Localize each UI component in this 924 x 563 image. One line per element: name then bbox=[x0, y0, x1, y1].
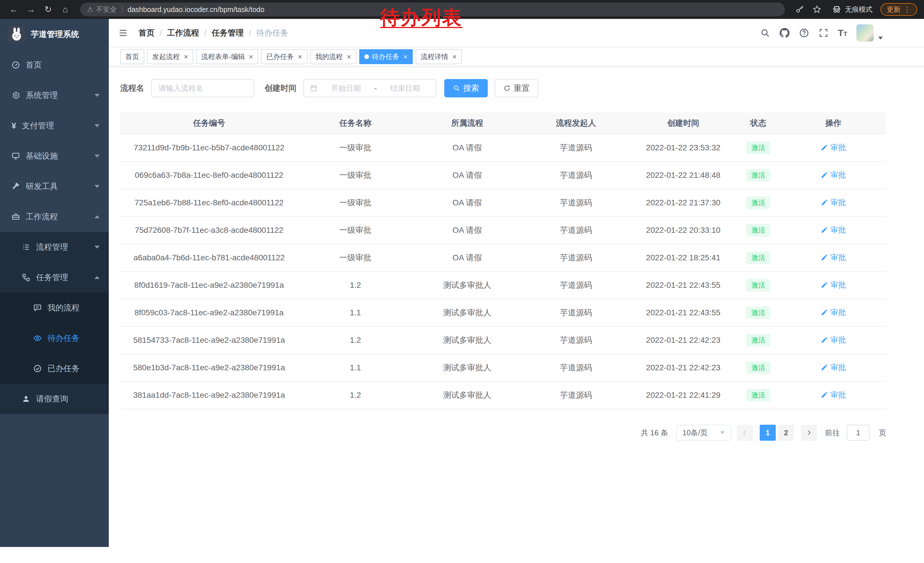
page-size-select[interactable]: 10条/页 bbox=[676, 425, 731, 441]
cell-action: 审批 bbox=[781, 272, 886, 299]
sidebar-item-7[interactable]: 任务管理 bbox=[0, 262, 109, 293]
browser-toolbar: ← → ↻ ⌂ ⚠ 不安全 dashboard.yudao.iocoder.cn… bbox=[0, 0, 924, 19]
approve-link[interactable]: 审批 bbox=[820, 362, 846, 372]
sidebar-item-5[interactable]: 工作流程 bbox=[0, 201, 109, 232]
sidebar-item-10[interactable]: 已办任务 bbox=[0, 353, 109, 384]
status-badge: 激活 bbox=[746, 306, 770, 319]
cell-name: 一级审批 bbox=[298, 134, 413, 162]
approve-link[interactable]: 审批 bbox=[820, 142, 846, 153]
cell-action: 审批 bbox=[781, 381, 886, 409]
password-key-icon[interactable] bbox=[793, 3, 807, 17]
cell-id: 580e1b3d-7ac8-11ec-a9e2-a2380e71991a bbox=[120, 354, 298, 381]
page-button-1[interactable]: 1 bbox=[760, 425, 776, 441]
browser-back-icon[interactable]: ← bbox=[7, 3, 21, 17]
sidebar-item-11[interactable]: 请假查询 bbox=[0, 384, 109, 414]
address-url: dashboard.yudao.iocoder.cn/bpm/task/todo bbox=[128, 6, 264, 14]
cell-starter: 芋道源码 bbox=[522, 354, 630, 381]
close-tab-icon[interactable]: × bbox=[184, 53, 188, 60]
app-logo[interactable]: 芋道管理系统 bbox=[0, 19, 109, 50]
pagination: 共 16 条 10条/页 12 前往 页 bbox=[120, 425, 886, 441]
cell-process: 测试多审批人 bbox=[413, 326, 522, 354]
column-header-task-name: 任务名称 bbox=[298, 112, 413, 134]
app-title: 芋道管理系统 bbox=[31, 29, 79, 40]
user-avatar[interactable] bbox=[856, 24, 874, 42]
tab-label: 流程详情 bbox=[421, 52, 448, 61]
cell-process: 测试多审批人 bbox=[413, 272, 522, 299]
close-tab-icon[interactable]: × bbox=[347, 53, 351, 60]
table-row: 75d72608-7b7f-11ec-a3c8-acde48001122一级审批… bbox=[120, 216, 886, 244]
sidebar-item-6[interactable]: 流程管理 bbox=[0, 232, 109, 262]
approve-link-label: 审批 bbox=[830, 197, 846, 208]
reset-button[interactable]: 重置 bbox=[495, 79, 538, 98]
sidebar-item-2[interactable]: ¥支付管理 bbox=[0, 111, 109, 141]
close-tab-icon[interactable]: × bbox=[404, 53, 408, 60]
update-label: 更新 bbox=[887, 5, 900, 14]
approve-link[interactable]: 审批 bbox=[820, 225, 846, 235]
tab-3[interactable]: 已办任务× bbox=[261, 49, 307, 64]
eye-icon bbox=[33, 334, 42, 342]
tab-2[interactable]: 流程表单-编辑× bbox=[196, 49, 258, 64]
browser-reload-icon[interactable]: ↻ bbox=[41, 3, 55, 17]
breadcrumb-item-home[interactable]: 首页 bbox=[138, 27, 154, 38]
search-icon[interactable] bbox=[760, 28, 770, 38]
goto-page-input[interactable] bbox=[847, 425, 870, 441]
cell-name: 1.1 bbox=[298, 354, 413, 381]
cell-created: 2022-01-21 22:42:23 bbox=[630, 326, 736, 354]
breadcrumb-item-workflow[interactable]: 工作流程 bbox=[167, 27, 199, 38]
logo-image bbox=[8, 26, 25, 43]
check-circle-icon bbox=[33, 364, 42, 373]
cell-created: 2022-01-22 18:25:41 bbox=[630, 244, 736, 272]
approve-link[interactable]: 审批 bbox=[820, 390, 846, 400]
cell-created: 2022-01-21 22:43:55 bbox=[630, 299, 736, 326]
update-button[interactable]: 更新 ⋮ bbox=[880, 3, 917, 16]
sidebar-item-3[interactable]: 基础设施 bbox=[0, 141, 109, 171]
column-header-process: 所属流程 bbox=[413, 112, 522, 134]
tab-1[interactable]: 发起流程× bbox=[147, 49, 193, 64]
sidebar-item-0[interactable]: 首页 bbox=[0, 50, 109, 80]
approve-link[interactable]: 审批 bbox=[820, 280, 846, 290]
tab-6[interactable]: 流程详情× bbox=[416, 49, 462, 64]
cell-status: 激活 bbox=[736, 354, 780, 381]
github-icon[interactable] bbox=[780, 28, 790, 38]
close-tab-icon[interactable]: × bbox=[298, 53, 302, 60]
cell-process: OA 请假 bbox=[413, 189, 522, 216]
address-bar[interactable]: ⚠ 不安全 dashboard.yudao.iocoder.cn/bpm/tas… bbox=[80, 3, 785, 17]
breadcrumb-item-task-mgmt[interactable]: 任务管理 bbox=[212, 27, 244, 38]
date-range-picker[interactable]: 开始日期 - 结束日期 bbox=[303, 79, 436, 98]
chevron-up-icon bbox=[94, 215, 100, 218]
bookmark-star-icon[interactable] bbox=[810, 3, 824, 17]
browser-forward-icon[interactable]: → bbox=[24, 3, 38, 17]
approve-link[interactable]: 审批 bbox=[820, 170, 846, 180]
tab-0[interactable]: 首页 bbox=[120, 49, 144, 64]
close-tab-icon[interactable]: × bbox=[249, 53, 253, 60]
sidebar-collapse-icon[interactable] bbox=[118, 28, 128, 38]
help-icon[interactable] bbox=[799, 28, 809, 38]
cell-status: 激活 bbox=[736, 272, 780, 299]
start-date-placeholder: 开始日期 bbox=[321, 83, 371, 93]
font-size-icon[interactable]: TT bbox=[838, 28, 847, 38]
page-button-2[interactable]: 2 bbox=[778, 425, 794, 441]
sidebar-item-8[interactable]: 我的流程 bbox=[0, 293, 109, 323]
cell-id: 725a1eb6-7b88-11ec-8ef0-acde48001122 bbox=[120, 189, 298, 216]
approve-link-label: 审批 bbox=[830, 390, 846, 400]
close-tab-icon[interactable]: × bbox=[452, 53, 456, 60]
approve-link[interactable]: 审批 bbox=[820, 307, 846, 318]
tab-5[interactable]: 待办任务× bbox=[359, 49, 413, 64]
status-badge: 激活 bbox=[746, 334, 770, 347]
approve-link[interactable]: 审批 bbox=[820, 197, 846, 208]
browser-home-icon[interactable]: ⌂ bbox=[58, 3, 72, 17]
table-row: 73211d9d-7b9b-11ec-b5b7-acde48001122一级审批… bbox=[120, 134, 886, 162]
approve-link[interactable]: 审批 bbox=[820, 335, 846, 345]
approve-link[interactable]: 审批 bbox=[820, 252, 846, 263]
cell-status: 激活 bbox=[736, 189, 780, 216]
next-page-button[interactable] bbox=[801, 425, 817, 441]
tab-4[interactable]: 我的流程× bbox=[310, 49, 356, 64]
sidebar-item-4[interactable]: 研发工具 bbox=[0, 171, 109, 201]
sidebar-item-9[interactable]: 待办任务 bbox=[0, 323, 109, 353]
process-name-input[interactable] bbox=[151, 79, 254, 98]
search-button[interactable]: 搜索 bbox=[444, 79, 488, 98]
sidebar-item-1[interactable]: 系统管理 bbox=[0, 80, 109, 111]
fullscreen-icon[interactable] bbox=[818, 28, 829, 38]
prev-page-button[interactable] bbox=[737, 425, 753, 441]
cell-created: 2022-01-21 22:42:23 bbox=[630, 354, 736, 381]
